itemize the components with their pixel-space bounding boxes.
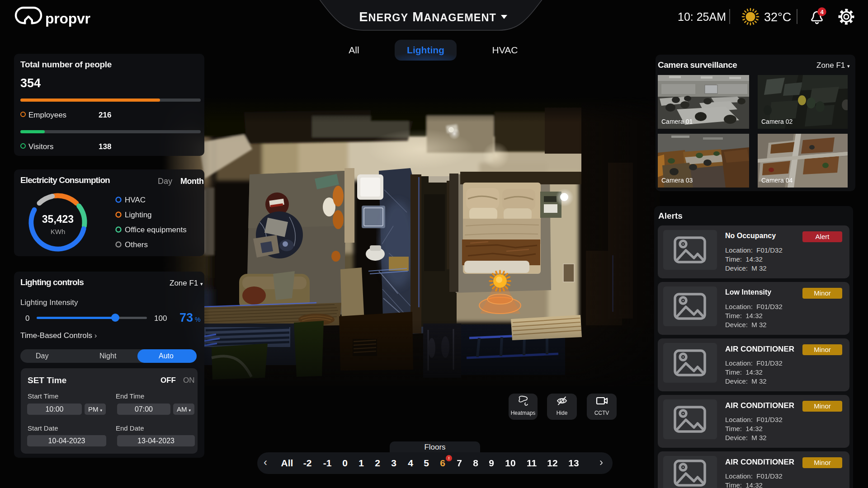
svg-text:4: 4 [820,9,824,15]
svg-text:ENERGY MANAGEMENT: ENERGY MANAGEMENT [359,9,496,24]
svg-text:35,423: 35,423 [42,213,74,225]
svg-text:KWh: KWh [51,228,66,235]
svg-text:10: 25AM: 10: 25AM [678,10,726,23]
svg-text:32°C: 32°C [764,10,791,24]
svg-text:Camera 02: Camera 02 [761,118,793,125]
svg-text:HVAC: HVAC [125,196,146,204]
svg-text:Camera 04: Camera 04 [761,177,793,184]
svg-text:Camera 01: Camera 01 [661,118,693,125]
svg-text:Office equipments: Office equipments [125,225,187,234]
svg-text:Others: Others [125,240,148,249]
svg-text:propvr: propvr [45,10,90,27]
svg-text:Lighting: Lighting [125,211,152,219]
svg-text:Camera 03: Camera 03 [661,177,693,184]
